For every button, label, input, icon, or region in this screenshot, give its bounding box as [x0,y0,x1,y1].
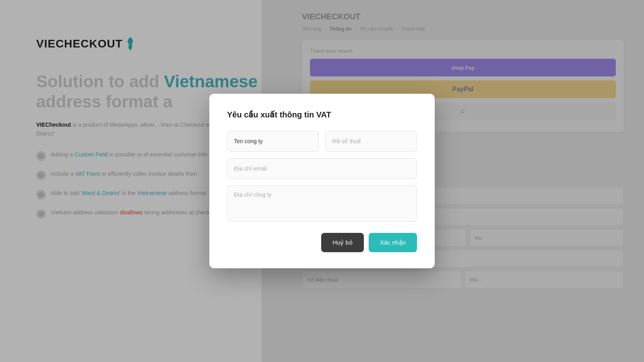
vat-modal: Yêu cầu xuất thông tin VAT Huỷ bỏ Xác nh… [209,94,435,268]
modal-actions: Huỷ bỏ Xác nhận [227,233,417,252]
company-name-input[interactable] [227,131,319,152]
cancel-button[interactable]: Huỷ bỏ [321,233,364,252]
company-address-textarea[interactable] [227,185,417,222]
modal-overlay: Yêu cầu xuất thông tin VAT Huỷ bỏ Xác nh… [0,0,644,362]
email-input[interactable] [227,158,417,179]
confirm-button[interactable]: Xác nhận [369,233,417,252]
modal-title: Yêu cầu xuất thông tin VAT [227,110,417,119]
modal-row-1 [227,131,417,152]
tax-code-input[interactable] [325,131,417,152]
